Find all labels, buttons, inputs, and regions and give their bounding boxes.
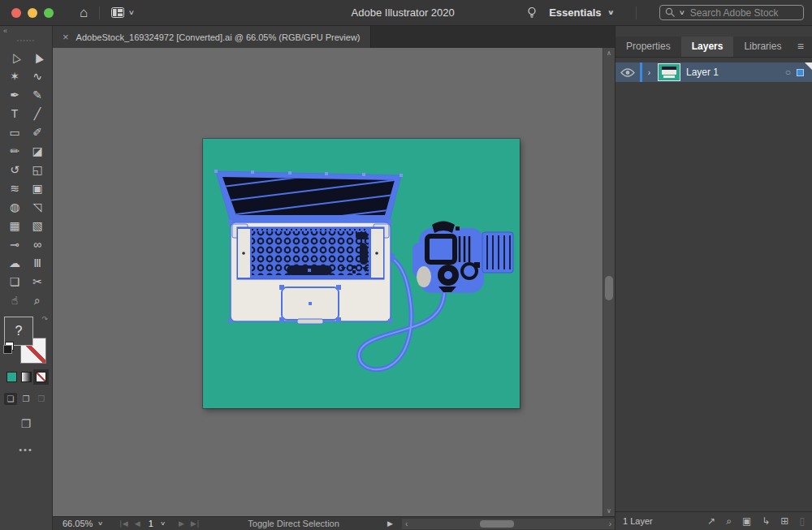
workspace-label: Essentials <box>549 6 601 19</box>
minimize-window-button[interactable] <box>28 8 37 18</box>
free-transform-tool[interactable]: ▣ <box>26 179 49 198</box>
artwork-laptop-camera[interactable] <box>203 139 520 408</box>
scroll-left-icon[interactable]: ‹ <box>405 519 408 529</box>
zoom-chevron-icon[interactable]: ∨ <box>97 520 103 527</box>
eraser-tool[interactable]: ◪ <box>26 142 49 161</box>
screen-mode-icon[interactable]: ❐ <box>0 417 52 430</box>
artboard-tool[interactable]: ❏ <box>3 273 26 291</box>
expand-layer-icon[interactable]: › <box>642 68 656 77</box>
close-window-button[interactable] <box>11 8 21 18</box>
layout-grid-icon <box>111 7 124 18</box>
traffic-lights <box>11 8 54 18</box>
draw-behind-button[interactable]: ❐ <box>19 393 32 405</box>
selection-indicator[interactable] <box>797 69 804 76</box>
chevron-down-icon: ∨ <box>128 9 135 16</box>
next-artboard-button: ▶ <box>179 519 185 528</box>
status-bar: 66.05% ∨ |◀ ◀ 1 ∨ ▶ ▶| Toggle Direct Sel… <box>53 516 615 530</box>
rectangle-tool[interactable]: ▭ <box>3 123 26 142</box>
lightbulb-icon[interactable] <box>526 6 538 19</box>
target-circle-icon[interactable]: ○ <box>785 67 791 77</box>
clipping-mask-icon[interactable]: ▣ <box>742 515 751 527</box>
panel-tab-bar: Properties Layers Libraries ≡ <box>615 37 812 58</box>
menu-bar: ⌂ ∨ Adobe Illustrator 2020 Essentials ∨ <box>0 0 812 26</box>
shaper-tool[interactable]: ✏ <box>3 142 26 161</box>
status-tool-hint: Toggle Direct Selection <box>205 519 382 528</box>
slice-tool[interactable]: ✂ <box>26 273 49 291</box>
paintbrush-tool[interactable]: ✐ <box>26 123 49 142</box>
tab-layers[interactable]: Layers <box>681 37 734 57</box>
tab-libraries[interactable]: Libraries <box>733 37 792 57</box>
swap-fill-stroke-icon[interactable]: ↷ <box>41 315 48 323</box>
gradient-tool[interactable]: ▧ <box>26 217 49 235</box>
visibility-toggle[interactable] <box>615 68 640 77</box>
gradient-swatch-button[interactable] <box>21 372 32 382</box>
pen-tool[interactable]: ✒ <box>3 86 26 105</box>
type-tool[interactable]: T <box>3 105 26 123</box>
draw-inside-button: ❒ <box>35 393 48 405</box>
horizontal-scrollbar[interactable]: ‹ › <box>402 519 615 529</box>
layers-panel-footer: 1 Layer ↗ ⌕ ▣ ↳ ⊞ ▯ <box>615 511 812 530</box>
new-sublayer-icon[interactable]: ↳ <box>762 515 770 527</box>
zoom-tool[interactable]: ⌕ <box>26 291 49 310</box>
tools-panel: « •••••• ▷ ▶ ✶ ∿ ✒ ✎ T ╱ ▭ ✐ ✏ ◪ ↺ ◱ ≋ ▣… <box>0 26 53 530</box>
zoom-window-button[interactable] <box>44 8 54 18</box>
vertical-scroll-thumb[interactable] <box>605 276 613 300</box>
none-swatch-button[interactable] <box>36 372 46 382</box>
collapse-toolbar-button[interactable]: « <box>3 27 7 35</box>
last-artboard-button: ▶| <box>191 519 200 528</box>
search-input[interactable] <box>689 6 798 19</box>
artboard[interactable] <box>203 139 520 408</box>
layer-count: 1 Layer <box>623 516 653 526</box>
divider <box>636 6 637 19</box>
rotate-tool[interactable]: ↺ <box>3 161 26 179</box>
scroll-down-icon[interactable]: ∨ <box>603 507 615 515</box>
column-graph-tool[interactable]: Ⅲ <box>26 254 49 273</box>
layer-thumbnail[interactable] <box>658 63 680 81</box>
vertical-scrollbar[interactable]: ∧ ∨ <box>603 48 615 516</box>
toolbar-drag-handle[interactable]: •••••• <box>0 37 52 44</box>
previous-artboard-button: ◀ <box>135 519 141 528</box>
horizontal-scroll-thumb[interactable] <box>480 520 514 528</box>
panel-menu-icon[interactable]: ≡ <box>797 37 812 57</box>
camera-illustration[interactable] <box>412 222 513 294</box>
artboard-chevron-icon[interactable]: ∨ <box>160 520 166 527</box>
locate-object-icon[interactable]: ⌕ <box>726 515 732 527</box>
symbol-sprayer-tool[interactable]: ☁ <box>3 254 26 273</box>
color-swatch-button[interactable] <box>6 372 17 382</box>
layer-name[interactable]: Layer 1 <box>686 67 719 78</box>
curvature-tool[interactable]: ✎ <box>26 86 49 105</box>
document-title: AdobeStock_169324972 [Converted].ai @ 66… <box>76 32 361 42</box>
collect-for-export-icon[interactable]: ↗ <box>707 515 715 527</box>
adobe-stock-search[interactable]: ∨ <box>659 5 804 20</box>
line-segment-tool[interactable]: ╱ <box>26 105 49 123</box>
document-tab[interactable]: × AdobeStock_169324972 [Converted].ai @ … <box>53 26 371 48</box>
tab-properties[interactable]: Properties <box>615 37 681 57</box>
scale-tool[interactable]: ◱ <box>26 161 49 179</box>
default-swatches-icon[interactable] <box>5 342 14 351</box>
status-options-icon[interactable]: ▶ <box>387 519 393 528</box>
zoom-level[interactable]: 66.05% <box>63 519 93 528</box>
mesh-tool[interactable]: ▦ <box>3 217 26 235</box>
workspace-switcher[interactable]: Essentials ∨ <box>549 6 613 19</box>
fill-stroke-controls: ↷ ? <box>4 317 48 364</box>
eyedropper-tool[interactable]: ⊸ <box>3 235 26 254</box>
close-icon[interactable]: × <box>63 31 69 43</box>
edit-toolbar-button[interactable]: ••• <box>0 445 52 455</box>
chevron-down-icon: ∨ <box>679 9 685 16</box>
draw-normal-button[interactable]: ❏ <box>4 393 17 405</box>
scroll-up-icon[interactable]: ∧ <box>603 50 615 57</box>
hand-tool[interactable]: ☝ <box>3 291 26 310</box>
canvas[interactable]: ∧ ∨ <box>53 48 615 516</box>
perspective-grid-tool[interactable]: ◹ <box>26 198 49 217</box>
artboard-number-field[interactable]: 1 <box>149 519 153 528</box>
shape-builder-tool[interactable]: ◍ <box>3 198 26 217</box>
home-icon[interactable]: ⌂ <box>80 6 88 19</box>
scroll-right-icon[interactable]: › <box>609 519 611 529</box>
arrange-documents-button[interactable]: ∨ <box>111 7 134 18</box>
layer-row[interactable]: › Layer 1 ○ <box>615 62 812 82</box>
blend-tool[interactable]: ∞ <box>26 235 49 254</box>
width-tool[interactable]: ≋ <box>3 179 26 198</box>
laptop-illustration[interactable] <box>203 149 414 324</box>
first-artboard-button: |◀ <box>119 519 128 528</box>
new-layer-icon[interactable]: ⊞ <box>780 515 788 527</box>
